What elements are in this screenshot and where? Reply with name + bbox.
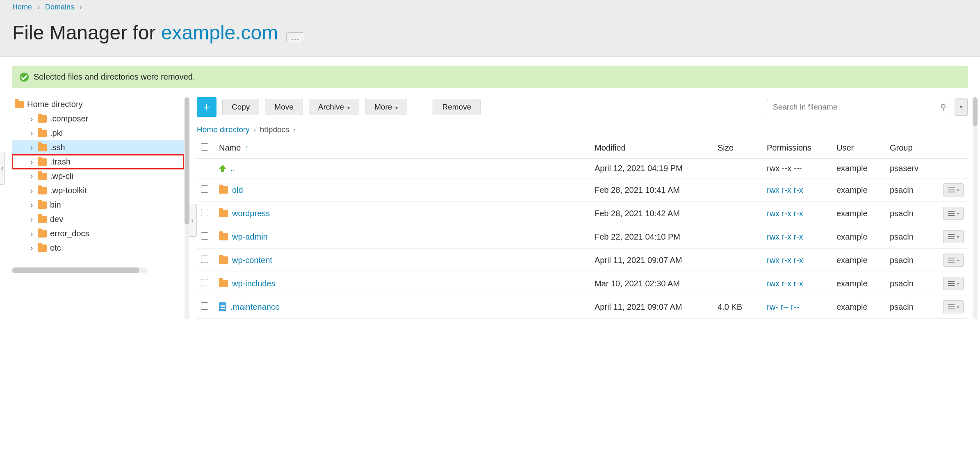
file-name-link[interactable]: wp-includes [232, 279, 276, 288]
tree-item-trash[interactable]: ›.trash [12, 155, 184, 169]
folder-icon [15, 101, 24, 108]
cell-size [713, 272, 763, 295]
search-icon[interactable]: ⚲ [940, 102, 946, 112]
chevron-down-icon: ▾ [957, 305, 959, 309]
table-row[interactable]: wp-contentApril 11, 2021 09:07 AMrwx r-x… [197, 249, 968, 272]
breadcrumb-home[interactable]: Home [12, 3, 32, 11]
row-checkbox[interactable] [201, 232, 208, 240]
row-checkbox[interactable] [201, 302, 208, 310]
chevron-right-icon: › [253, 125, 256, 134]
tree-item-label: .pki [50, 128, 63, 138]
cell-user: example [832, 272, 886, 295]
folder-icon [219, 210, 228, 217]
tree-item-wp-cli[interactable]: ›.wp-cli [12, 169, 184, 183]
chevron-down-icon: ▾ [347, 105, 350, 111]
tree-item-dev[interactable]: ›dev [12, 212, 184, 226]
tree-vertical-scrollbar[interactable] [185, 97, 189, 319]
tree-item-label: .composer [50, 114, 88, 123]
cell-group: psacln [886, 272, 939, 295]
table-row[interactable]: wp-adminFeb 22, 2021 04:10 PMrwx r-x r-x… [197, 225, 968, 249]
chevron-down-icon: ▾ [957, 235, 959, 239]
path-root[interactable]: Home directory [197, 125, 250, 134]
file-icon [219, 302, 226, 311]
chevron-right-icon: › [29, 229, 34, 238]
chevron-right-icon: › [29, 243, 34, 253]
tree-item-ssh[interactable]: ›.ssh [12, 140, 184, 155]
row-actions-button[interactable]: ▾ [943, 300, 964, 313]
search-input[interactable] [767, 99, 951, 115]
folder-icon [219, 186, 228, 194]
hamburger-icon [948, 283, 955, 284]
cell-modified: Feb 22, 2021 04:10 PM [590, 225, 713, 249]
parent-directory-row[interactable]: .. April 12, 2021 04:19 PM rwx --x --- e… [197, 159, 968, 178]
table-row[interactable]: wordpressFeb 28, 2021 10:42 AMrwx r-x r-… [197, 202, 968, 225]
select-all-checkbox[interactable] [201, 143, 208, 151]
search-options-button[interactable]: ▾ [955, 98, 968, 116]
tree-item-wp-toolkit[interactable]: ›.wp-toolkit [12, 183, 184, 198]
move-button[interactable]: Move [265, 99, 303, 115]
cell-modified: April 11, 2021 09:07 AM [590, 295, 713, 319]
parent-dir-link[interactable]: .. [230, 164, 235, 173]
file-name-link[interactable]: wordpress [232, 209, 270, 218]
permissions-link[interactable]: rwx r-x r-x [767, 232, 803, 241]
chevron-right-icon: › [29, 186, 34, 195]
cell-user: example [832, 178, 886, 202]
column-modified[interactable]: Modified [590, 137, 713, 159]
row-actions-button[interactable]: ▾ [943, 183, 964, 197]
left-edge-handle[interactable]: ‹ [0, 152, 5, 185]
breadcrumb-domains[interactable]: Domains [45, 3, 74, 11]
file-name-link[interactable]: wp-admin [232, 232, 268, 242]
tree-root[interactable]: Home directory [12, 97, 184, 112]
row-checkbox[interactable] [201, 185, 208, 193]
alert-message: Selected files and directories were remo… [34, 72, 195, 82]
copy-button[interactable]: Copy [222, 99, 259, 115]
folder-icon [38, 244, 47, 252]
tree-item-bin[interactable]: ›bin [12, 198, 184, 212]
tree-item-composer[interactable]: ›.composer [12, 112, 184, 126]
column-group[interactable]: Group [886, 137, 939, 159]
collapse-sidebar-handle[interactable]: ‹ [189, 204, 197, 237]
cell-size: 4.0 KB [713, 295, 763, 319]
tree-item-label: .wp-toolkit [50, 186, 87, 195]
file-name-link[interactable]: wp-content [232, 256, 272, 265]
row-checkbox[interactable] [201, 279, 208, 286]
more-button[interactable]: More▾ [365, 99, 407, 115]
chevron-right-icon: › [80, 3, 82, 11]
row-checkbox[interactable] [201, 209, 208, 216]
remove-button[interactable]: Remove [433, 99, 481, 115]
folder-icon [38, 173, 47, 180]
column-size[interactable]: Size [713, 137, 763, 159]
permissions-link[interactable]: rwx r-x r-x [767, 279, 803, 288]
tree-horizontal-scrollbar[interactable] [12, 267, 148, 273]
row-actions-button[interactable]: ▾ [943, 277, 964, 290]
permissions-link[interactable]: rwx r-x r-x [767, 256, 803, 265]
tree-item-etc[interactable]: ›etc [12, 241, 184, 255]
chevron-right-icon: › [29, 200, 34, 210]
tree-item-error-docs[interactable]: ›error_docs [12, 226, 184, 241]
row-checkbox[interactable] [201, 256, 208, 263]
file-name-link[interactable]: .maintenance [230, 302, 280, 312]
column-permissions[interactable]: Permissions [763, 137, 832, 159]
add-button[interactable]: + [197, 97, 217, 117]
table-row[interactable]: .maintenanceApril 11, 2021 09:07 AM4.0 K… [197, 295, 968, 319]
archive-button[interactable]: Archive▾ [309, 99, 359, 115]
cell-modified: Feb 28, 2021 10:42 AM [590, 202, 713, 225]
more-actions-icon[interactable]: … [286, 32, 304, 42]
table-row[interactable]: oldFeb 28, 2021 10:41 AMrwx r-x r-xexamp… [197, 178, 968, 202]
permissions-link[interactable]: rw- r-- r-- [767, 302, 799, 311]
row-actions-button[interactable]: ▾ [943, 254, 964, 267]
permissions-link[interactable]: rwx r-x r-x [767, 185, 803, 194]
tree-item-pki[interactable]: ›.pki [12, 126, 184, 140]
table-row[interactable]: wp-includesMar 10, 2021 02:30 AMrwx r-x … [197, 272, 968, 295]
chevron-down-icon: ▾ [957, 258, 959, 263]
column-user[interactable]: User [832, 137, 886, 159]
chevron-down-icon: ▾ [395, 105, 398, 111]
folder-icon [38, 130, 47, 137]
row-actions-button[interactable]: ▾ [943, 207, 964, 220]
file-name-link[interactable]: old [232, 185, 243, 195]
permissions-link[interactable]: rwx r-x r-x [767, 209, 803, 218]
row-actions-button[interactable]: ▾ [943, 230, 964, 243]
column-name[interactable]: Name ↑ [215, 137, 590, 159]
panel-vertical-scrollbar[interactable] [973, 97, 978, 319]
breadcrumb: Home › Domains › [0, 0, 980, 14]
